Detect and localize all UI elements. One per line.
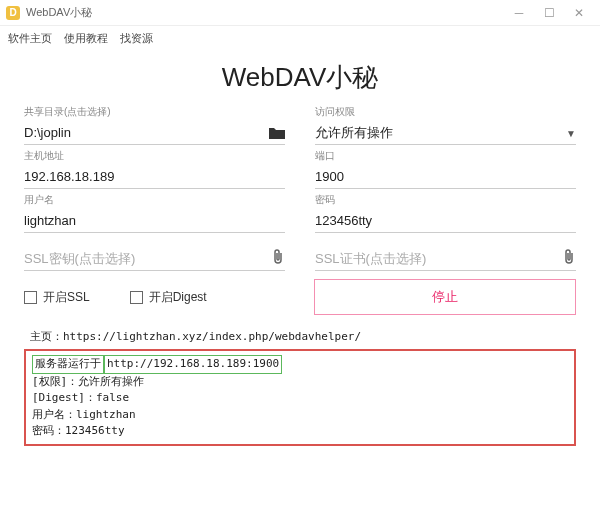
share-dir-label: 共享目录(点击选择) xyxy=(24,105,285,119)
log-homepage: 主页：https://lightzhan.xyz/index.php/webda… xyxy=(30,329,576,344)
menubar: 软件主页 使用教程 找资源 xyxy=(0,26,600,50)
menu-resources[interactable]: 找资源 xyxy=(120,31,153,46)
ssl-cert-input[interactable] xyxy=(315,247,576,271)
digest-check-label: 开启Digest xyxy=(149,289,207,306)
host-input[interactable] xyxy=(24,165,285,189)
ssl-checkbox[interactable]: 开启SSL xyxy=(24,289,90,306)
port-field: 端口 xyxy=(315,149,576,189)
app-icon: D xyxy=(6,6,20,20)
ssl-key-field[interactable] xyxy=(24,247,285,271)
access-input[interactable] xyxy=(315,121,576,145)
share-dir-field[interactable]: 共享目录(点击选择) xyxy=(24,105,285,145)
log-line-pass: 密码：123456tty xyxy=(32,423,568,440)
user-field: 用户名 xyxy=(24,193,285,233)
log-line-running: 服务器运行于 http://192.168.18.189:1900 xyxy=(32,355,568,374)
port-input[interactable] xyxy=(315,165,576,189)
ssl-key-input[interactable] xyxy=(24,247,285,271)
access-label: 访问权限 xyxy=(315,105,576,119)
share-dir-input[interactable] xyxy=(24,121,285,145)
menu-tutorial[interactable]: 使用教程 xyxy=(64,31,108,46)
close-button[interactable]: ✕ xyxy=(564,0,594,26)
password-label: 密码 xyxy=(315,193,576,207)
titlebar: D WebDAV小秘 ─ ☐ ✕ xyxy=(0,0,600,26)
host-label: 主机地址 xyxy=(24,149,285,163)
ssl-cert-field[interactable] xyxy=(315,247,576,271)
stop-button[interactable]: 停止 xyxy=(314,279,576,315)
menu-home[interactable]: 软件主页 xyxy=(8,31,52,46)
folder-icon[interactable] xyxy=(269,127,285,139)
attach-icon[interactable] xyxy=(271,249,285,265)
maximize-button[interactable]: ☐ xyxy=(534,0,564,26)
access-field[interactable]: 访问权限 ▼ xyxy=(315,105,576,145)
ssl-check-label: 开启SSL xyxy=(43,289,90,306)
user-input[interactable] xyxy=(24,209,285,233)
host-field: 主机地址 xyxy=(24,149,285,189)
minimize-button[interactable]: ─ xyxy=(504,0,534,26)
password-field: 密码 xyxy=(315,193,576,233)
page-title: WebDAV小秘 xyxy=(24,60,576,95)
checks: 开启SSL 开启Digest xyxy=(24,289,284,306)
password-input[interactable] xyxy=(315,209,576,233)
window-title: WebDAV小秘 xyxy=(26,5,504,20)
chevron-down-icon[interactable]: ▼ xyxy=(566,128,576,139)
log-box: 服务器运行于 http://192.168.18.189:1900 [权限]：允… xyxy=(24,349,576,446)
checkbox-icon xyxy=(130,291,143,304)
attach-icon[interactable] xyxy=(562,249,576,265)
user-label: 用户名 xyxy=(24,193,285,207)
content: WebDAV小秘 共享目录(点击选择) 访问权限 ▼ 主机地址 端口 用户名 xyxy=(0,50,600,509)
log-line-digest: [Digest]：false xyxy=(32,390,568,407)
checkbox-icon xyxy=(24,291,37,304)
log-line-perm: [权限]：允许所有操作 xyxy=(32,374,568,391)
port-label: 端口 xyxy=(315,149,576,163)
digest-checkbox[interactable]: 开启Digest xyxy=(130,289,207,306)
log-line-user: 用户名：lightzhan xyxy=(32,407,568,424)
